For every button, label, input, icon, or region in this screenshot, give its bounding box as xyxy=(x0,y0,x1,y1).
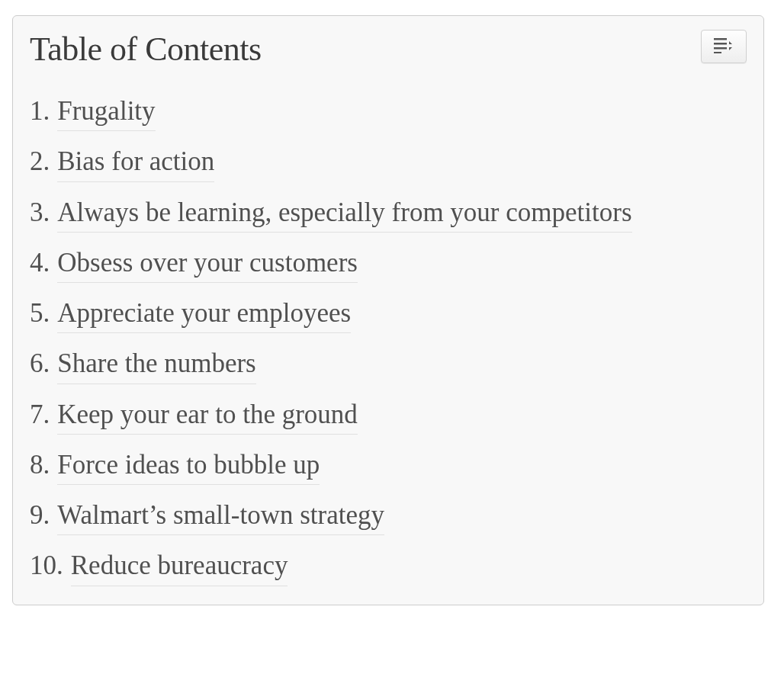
toc-item-number: 4. xyxy=(30,245,50,281)
toc-link-frugality[interactable]: Frugality xyxy=(57,93,155,131)
toc-item-number: 9. xyxy=(30,497,50,533)
toc-item-number: 8. xyxy=(30,447,50,483)
table-of-contents: Table of Contents 1. Frugality 2. Bias f… xyxy=(12,15,764,605)
toc-item: 4. Obsess over your customers xyxy=(30,245,747,283)
toc-item-number: 2. xyxy=(30,143,50,179)
toc-link-obsess-over-customers[interactable]: Obsess over your customers xyxy=(57,245,358,283)
svg-marker-5 xyxy=(729,47,732,50)
toc-toggle-icon xyxy=(714,37,734,56)
toc-item-number: 1. xyxy=(30,93,50,129)
toc-link-force-ideas-bubble-up[interactable]: Force ideas to bubble up xyxy=(57,447,320,485)
toc-item: 8. Force ideas to bubble up xyxy=(30,447,747,485)
toc-toggle-button[interactable] xyxy=(701,30,747,63)
toc-item-number: 5. xyxy=(30,295,50,331)
toc-item-number: 10. xyxy=(30,547,63,583)
toc-title: Table of Contents xyxy=(30,30,262,69)
toc-link-reduce-bureaucracy[interactable]: Reduce bureaucracy xyxy=(71,547,288,586)
toc-item: 1. Frugality xyxy=(30,93,747,131)
svg-rect-2 xyxy=(714,47,727,50)
toc-link-always-be-learning[interactable]: Always be learning, especially from your… xyxy=(57,194,631,233)
toc-item: 7. Keep your ear to the ground xyxy=(30,396,747,435)
toc-item: 5. Appreciate your employees xyxy=(30,295,747,333)
toc-item: 6. Share the numbers xyxy=(30,345,747,384)
toc-link-walmart-small-town[interactable]: Walmart’s small-town strategy xyxy=(57,497,384,535)
toc-item: 2. Bias for action xyxy=(30,143,747,181)
toc-item-number: 3. xyxy=(30,194,50,230)
toc-link-appreciate-employees[interactable]: Appreciate your employees xyxy=(57,295,351,333)
toc-header: Table of Contents xyxy=(30,30,747,81)
toc-list: 1. Frugality 2. Bias for action 3. Alway… xyxy=(30,93,747,586)
toc-item-number: 6. xyxy=(30,345,50,381)
svg-rect-3 xyxy=(714,52,721,53)
toc-item: 3. Always be learning, especially from y… xyxy=(30,194,747,233)
toc-link-keep-ear-to-ground[interactable]: Keep your ear to the ground xyxy=(57,396,358,435)
toc-link-share-the-numbers[interactable]: Share the numbers xyxy=(57,345,255,384)
toc-link-bias-for-action[interactable]: Bias for action xyxy=(57,143,214,181)
toc-item: 10. Reduce bureaucracy xyxy=(30,547,747,586)
svg-marker-4 xyxy=(729,41,732,44)
toc-item-number: 7. xyxy=(30,396,50,432)
svg-rect-1 xyxy=(714,43,727,45)
toc-item: 9. Walmart’s small-town strategy xyxy=(30,497,747,535)
svg-rect-0 xyxy=(714,38,727,40)
